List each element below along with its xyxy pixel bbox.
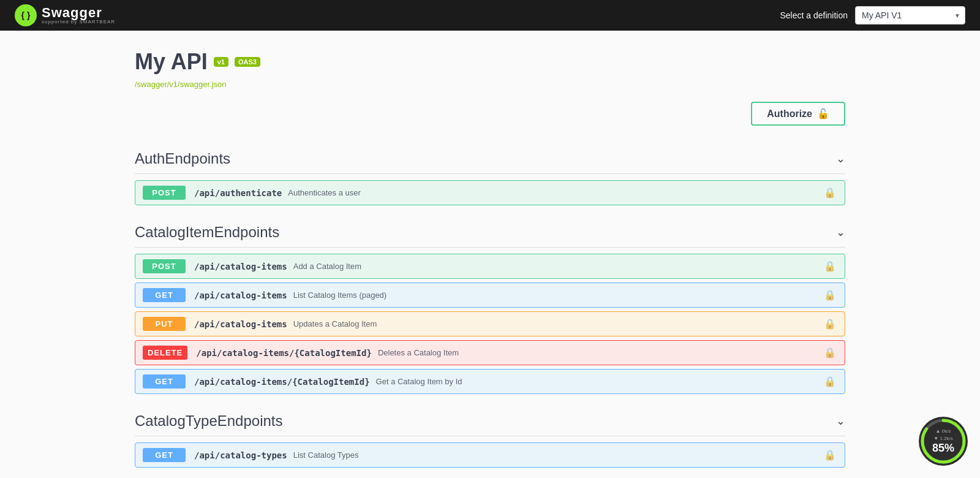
method-badge-auth-0: POST xyxy=(143,186,186,200)
endpoint-row-catalog-type-0[interactable]: GET /api/catalog-types List Catalog Type… xyxy=(135,442,845,468)
authorize-row: Authorize 🔓 xyxy=(135,102,845,126)
section-title-auth: AuthEndpoints xyxy=(135,150,230,167)
section-header-catalog-type[interactable]: CatalogTypeEndpoints ⌄ xyxy=(135,406,845,436)
api-header: My API v1 OAS3 /swagger/v1/swagger.json xyxy=(135,49,845,89)
network-speed-down: ▲ 0k/s xyxy=(936,428,951,434)
top-navigation: { } Swagger supported by SMARTBEAR Selec… xyxy=(0,0,980,31)
endpoint-row-auth-0[interactable]: POST /api/authenticate Authenticates a u… xyxy=(135,180,845,205)
definition-select-wrapper[interactable]: My API V1 xyxy=(855,6,965,25)
chevron-icon-auth: ⌄ xyxy=(836,152,845,165)
api-title: My API xyxy=(135,49,208,75)
endpoint-path-catalog-item-0: /api/catalog-items xyxy=(194,262,287,271)
swagger-brand: Swagger supported by SMARTBEAR xyxy=(42,6,115,25)
endpoint-lock-icon-catalog-item-2: 🔒 xyxy=(824,318,836,330)
chevron-icon-catalog-type: ⌄ xyxy=(836,414,845,428)
endpoint-desc-auth-0: Authenticates a user xyxy=(288,188,361,197)
endpoint-lock-icon-catalog-item-1: 🔒 xyxy=(824,289,836,301)
endpoint-lock-icon-catalog-type-0: 🔒 xyxy=(824,449,836,461)
section-auth: AuthEndpoints ⌄ POST /api/authenticate A… xyxy=(135,144,845,205)
network-widget: ▲ 0k/s ▼ 1.2k/s 85% xyxy=(919,417,968,466)
endpoint-path-auth-0: /api/authenticate xyxy=(194,188,282,198)
method-badge-catalog-item-3: DELETE xyxy=(143,346,187,360)
definition-select[interactable]: My API V1 xyxy=(855,6,965,25)
endpoint-path-catalog-item-4: /api/catalog-items/{CatalogItemId} xyxy=(194,377,370,387)
lock-icon: 🔓 xyxy=(817,108,829,120)
api-url-link[interactable]: /swagger/v1/swagger.json xyxy=(135,80,227,89)
api-title-row: My API v1 OAS3 xyxy=(135,49,845,75)
endpoint-row-catalog-item-0[interactable]: POST /api/catalog-items Add a Catalog It… xyxy=(135,254,845,279)
sections-container: AuthEndpoints ⌄ POST /api/authenticate A… xyxy=(135,144,845,468)
network-speed-up: ▼ 1.2k/s xyxy=(933,435,952,442)
definition-selector: Select a definition My API V1 xyxy=(780,6,965,25)
endpoint-desc-catalog-type-0: List Catalog Types xyxy=(293,450,359,460)
endpoint-row-catalog-item-1[interactable]: GET /api/catalog-items List Catalog Item… xyxy=(135,283,845,308)
section-title-catalog-type: CatalogTypeEndpoints xyxy=(135,412,283,430)
swagger-logo-icon: { } xyxy=(15,4,37,26)
authorize-button[interactable]: Authorize 🔓 xyxy=(751,102,845,126)
section-header-auth[interactable]: AuthEndpoints ⌄ xyxy=(135,144,845,174)
endpoint-row-catalog-item-2[interactable]: PUT /api/catalog-items Updates a Catalog… xyxy=(135,311,845,336)
endpoint-path-catalog-item-2: /api/catalog-items xyxy=(194,319,287,329)
definition-label: Select a definition xyxy=(780,10,848,20)
section-catalog-item: CatalogItemEndpoints ⌄ POST /api/catalog… xyxy=(135,218,845,394)
endpoint-desc-catalog-item-1: List Catalog Items (paged) xyxy=(293,290,386,300)
section-title-catalog-item: CatalogItemEndpoints xyxy=(135,224,279,241)
endpoint-lock-icon-auth-0: 🔒 xyxy=(824,187,836,199)
method-badge-catalog-type-0: GET xyxy=(143,448,186,462)
chevron-icon-catalog-item: ⌄ xyxy=(836,226,845,239)
endpoint-path-catalog-item-1: /api/catalog-items xyxy=(194,290,287,300)
endpoint-row-catalog-item-3[interactable]: DELETE /api/catalog-items/{CatalogItemId… xyxy=(135,340,845,365)
method-badge-catalog-item-1: GET xyxy=(143,288,186,302)
endpoint-lock-icon-catalog-item-3: 🔒 xyxy=(824,347,836,358)
endpoint-lock-icon-catalog-item-0: 🔒 xyxy=(824,260,836,272)
method-badge-catalog-item-4: GET xyxy=(143,374,186,389)
endpoint-path-catalog-type-0: /api/catalog-types xyxy=(194,450,287,460)
api-oas3-badge: OAS3 xyxy=(235,57,260,67)
method-badge-catalog-item-0: POST xyxy=(143,259,186,273)
main-content: My API v1 OAS3 /swagger/v1/swagger.json … xyxy=(123,31,858,478)
endpoint-desc-catalog-item-0: Add a Catalog Item xyxy=(293,262,361,271)
section-catalog-type: CatalogTypeEndpoints ⌄ GET /api/catalog-… xyxy=(135,406,845,468)
method-badge-catalog-item-2: PUT xyxy=(143,317,186,331)
api-v1-badge: v1 xyxy=(214,57,228,67)
endpoint-path-catalog-item-3: /api/catalog-items/{CatalogItemId} xyxy=(196,348,372,358)
authorize-label: Authorize xyxy=(767,108,812,120)
section-header-catalog-item[interactable]: CatalogItemEndpoints ⌄ xyxy=(135,218,845,248)
network-percent: 85% xyxy=(932,442,954,455)
endpoint-desc-catalog-item-2: Updates a Catalog Item xyxy=(293,319,377,328)
endpoint-desc-catalog-item-4: Get a Catalog Item by Id xyxy=(376,377,462,386)
endpoint-desc-catalog-item-3: Deletes a Catalog Item xyxy=(378,348,459,357)
logo-area: { } Swagger supported by SMARTBEAR xyxy=(15,4,115,26)
endpoint-lock-icon-catalog-item-4: 🔒 xyxy=(824,376,836,387)
endpoint-row-catalog-item-4[interactable]: GET /api/catalog-items/{CatalogItemId} G… xyxy=(135,369,845,394)
